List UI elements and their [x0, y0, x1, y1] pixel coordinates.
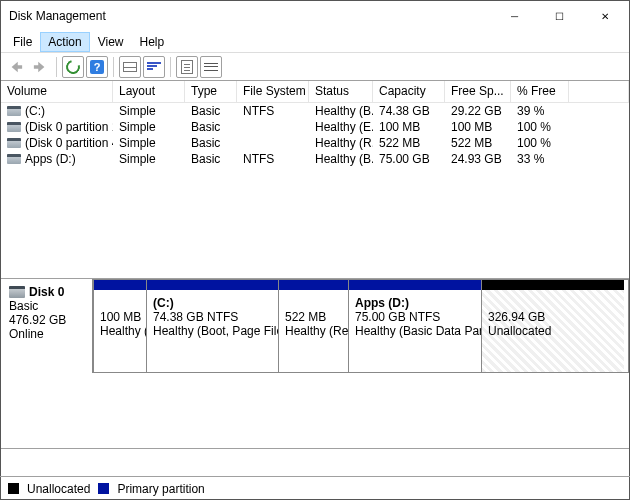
- menubar: File Action View Help: [1, 31, 629, 53]
- volume-row[interactable]: (C:)SimpleBasicNTFSHealthy (B...74.38 GB…: [1, 103, 629, 119]
- volume-free: 100 MB: [445, 120, 511, 134]
- partition-size: 522 MB: [285, 310, 344, 324]
- volume-icon: [7, 122, 21, 132]
- volume-name: (Disk 0 partition 4): [25, 136, 113, 150]
- partition[interactable]: 100 MBHealthy (: [94, 280, 147, 372]
- partition-status: Healthy (Basic Data Partitio: [355, 324, 477, 338]
- partition-body: 522 MBHealthy (Reco: [279, 290, 348, 372]
- help-icon: ?: [90, 60, 104, 74]
- disk-row: Disk 0 Basic 476.92 GB Online 100 MBHeal…: [1, 279, 629, 373]
- view-bottom-button[interactable]: [143, 56, 165, 78]
- legend-swatch-unallocated: [8, 483, 19, 494]
- refresh-button[interactable]: [62, 56, 84, 78]
- grid-icon: [123, 62, 137, 72]
- partition-body: 100 MBHealthy (: [94, 290, 146, 372]
- partition-status: Healthy (: [100, 324, 142, 338]
- col-volume[interactable]: Volume: [1, 81, 113, 102]
- col-layout[interactable]: Layout: [113, 81, 185, 102]
- volume-row[interactable]: Apps (D:)SimpleBasicNTFSHealthy (B...75.…: [1, 151, 629, 167]
- volume-pctfree: 39 %: [511, 104, 569, 118]
- volume-list-body: (C:)SimpleBasicNTFSHealthy (B...74.38 GB…: [1, 103, 629, 167]
- volume-pctfree: 100 %: [511, 120, 569, 134]
- partition-header: [94, 280, 146, 290]
- nav-forward-button[interactable]: [29, 56, 51, 78]
- volume-list-pane: Volume Layout Type File System Status Ca…: [1, 81, 629, 278]
- volume-type: Basic: [185, 152, 237, 166]
- window-title: Disk Management: [9, 9, 492, 23]
- properties-button[interactable]: [176, 56, 198, 78]
- bars-icon: [147, 62, 161, 72]
- graphical-view-pane: Disk 0 Basic 476.92 GB Online 100 MBHeal…: [1, 279, 629, 449]
- volume-list-header: Volume Layout Type File System Status Ca…: [1, 81, 629, 103]
- volume-status: Healthy (R...: [309, 136, 373, 150]
- volume-layout: Simple: [113, 120, 185, 134]
- partition-size: 74.38 GB NTFS: [153, 310, 274, 324]
- col-capacity[interactable]: Capacity: [373, 81, 445, 102]
- volume-capacity: 75.00 GB: [373, 152, 445, 166]
- menu-file[interactable]: File: [5, 32, 40, 52]
- col-type[interactable]: Type: [185, 81, 237, 102]
- volume-type: Basic: [185, 136, 237, 150]
- volume-fs: NTFS: [237, 104, 309, 118]
- partition[interactable]: (C:)74.38 GB NTFSHealthy (Boot, Page Fil…: [147, 280, 279, 372]
- partition-status: Healthy (Boot, Page File, C: [153, 324, 274, 338]
- view-top-button[interactable]: [119, 56, 141, 78]
- col-pctfree[interactable]: % Free: [511, 81, 569, 102]
- disk-state: Online: [9, 327, 84, 341]
- disk-type: Basic: [9, 299, 84, 313]
- volume-capacity: 74.38 GB: [373, 104, 445, 118]
- menu-help[interactable]: Help: [132, 32, 173, 52]
- partition[interactable]: Apps (D:)75.00 GB NTFSHealthy (Basic Dat…: [349, 280, 482, 372]
- volume-name: (C:): [25, 104, 45, 118]
- partition-title: (C:): [153, 296, 274, 310]
- nav-back-button[interactable]: [5, 56, 27, 78]
- volume-icon: [7, 138, 21, 148]
- toolbar-separator: [170, 57, 171, 77]
- volume-layout: Simple: [113, 136, 185, 150]
- toolbar-separator: [56, 57, 57, 77]
- toolbar-separator: [113, 57, 114, 77]
- volume-row[interactable]: (Disk 0 partition 1)SimpleBasicHealthy (…: [1, 119, 629, 135]
- volume-status: Healthy (B...: [309, 104, 373, 118]
- menu-action[interactable]: Action: [40, 32, 89, 52]
- legend-label-primary: Primary partition: [117, 482, 204, 496]
- partition[interactable]: 522 MBHealthy (Reco: [279, 280, 349, 372]
- volume-fs: NTFS: [237, 152, 309, 166]
- volume-pctfree: 100 %: [511, 136, 569, 150]
- partition-body: 326.94 GBUnallocated: [482, 290, 624, 372]
- help-button[interactable]: ?: [86, 56, 108, 78]
- partition-size: 75.00 GB NTFS: [355, 310, 477, 324]
- col-filesystem[interactable]: File System: [237, 81, 309, 102]
- partition-body: (C:)74.38 GB NTFSHealthy (Boot, Page Fil…: [147, 290, 278, 372]
- legend: Unallocated Primary partition: [0, 476, 630, 500]
- legend-swatch-primary: [98, 483, 109, 494]
- volume-capacity: 522 MB: [373, 136, 445, 150]
- partition-status: Unallocated: [488, 324, 620, 338]
- close-button[interactable]: ✕: [582, 2, 627, 31]
- partition-size: 326.94 GB: [488, 310, 620, 324]
- volume-capacity: 100 MB: [373, 120, 445, 134]
- volume-name: (Disk 0 partition 1): [25, 120, 113, 134]
- list-button[interactable]: [200, 56, 222, 78]
- volume-free: 24.93 GB: [445, 152, 511, 166]
- partition-title: Apps (D:): [355, 296, 477, 310]
- menu-view[interactable]: View: [90, 32, 132, 52]
- disk-label-text: Disk 0: [29, 285, 64, 299]
- partition-status: Healthy (Reco: [285, 324, 344, 338]
- disk-icon: [9, 286, 25, 298]
- disk-info[interactable]: Disk 0 Basic 476.92 GB Online: [1, 279, 93, 373]
- volume-free: 29.22 GB: [445, 104, 511, 118]
- volume-layout: Simple: [113, 104, 185, 118]
- col-blank: [569, 81, 629, 102]
- volume-pctfree: 33 %: [511, 152, 569, 166]
- partition-header: [279, 280, 348, 290]
- partition-header: [147, 280, 278, 290]
- volume-row[interactable]: (Disk 0 partition 4)SimpleBasicHealthy (…: [1, 135, 629, 151]
- col-status[interactable]: Status: [309, 81, 373, 102]
- partition[interactable]: 326.94 GBUnallocated: [482, 280, 624, 372]
- toolbar: ?: [1, 53, 629, 81]
- maximize-button[interactable]: ☐: [537, 2, 582, 31]
- col-free[interactable]: Free Sp...: [445, 81, 511, 102]
- window-controls: ─ ☐ ✕: [492, 2, 627, 31]
- minimize-button[interactable]: ─: [492, 2, 537, 31]
